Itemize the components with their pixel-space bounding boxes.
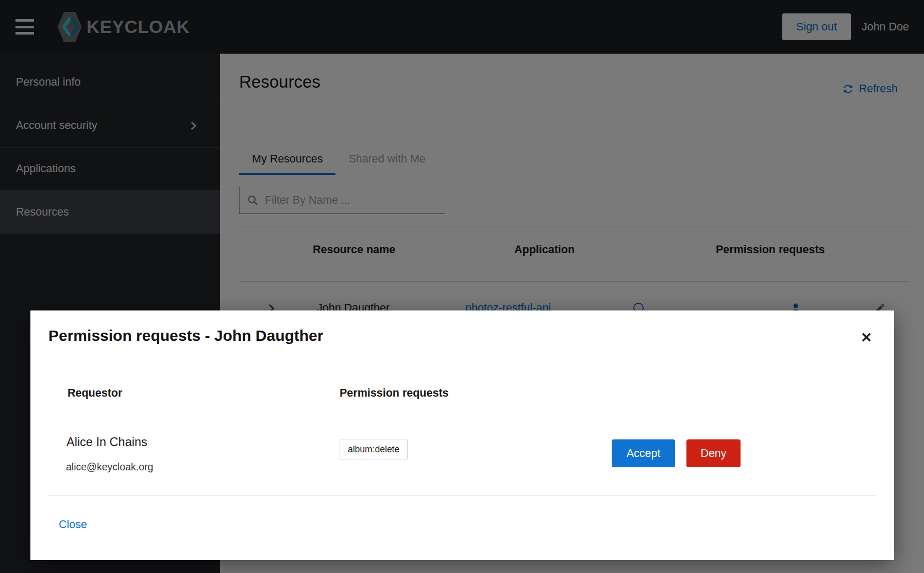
modal-header-divider (48, 367, 876, 367)
modal-close-link[interactable]: Close (59, 518, 87, 531)
close-icon[interactable]: × (859, 326, 873, 348)
requestor-name: Alice In Chains (66, 435, 147, 449)
modal-title: Permission requests - John Daugther (48, 327, 323, 345)
modal-column-permission-requests: Permission requests (340, 387, 449, 400)
keycloak-account-console: KEYCLOAK Sign out John Doe Personal info… (0, 0, 924, 573)
requestor-email: alice@keycloak.org (66, 461, 153, 473)
scope-chip: album:delete (340, 439, 408, 460)
modal-footer-divider (48, 495, 876, 496)
deny-button[interactable]: Deny (686, 439, 741, 467)
accept-button[interactable]: Accept (612, 439, 675, 467)
permission-requests-modal: Permission requests - John Daugther × Re… (30, 310, 894, 560)
modal-column-requestor: Requestor (68, 387, 122, 400)
